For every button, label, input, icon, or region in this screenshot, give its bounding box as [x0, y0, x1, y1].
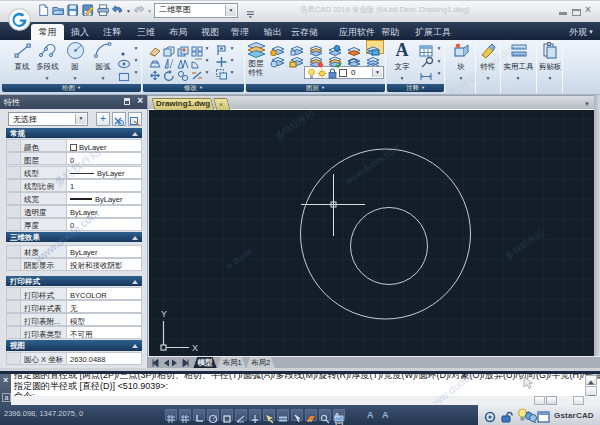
- svg-text:X: X: [192, 343, 198, 353]
- svg-text:Y: Y: [161, 309, 167, 319]
